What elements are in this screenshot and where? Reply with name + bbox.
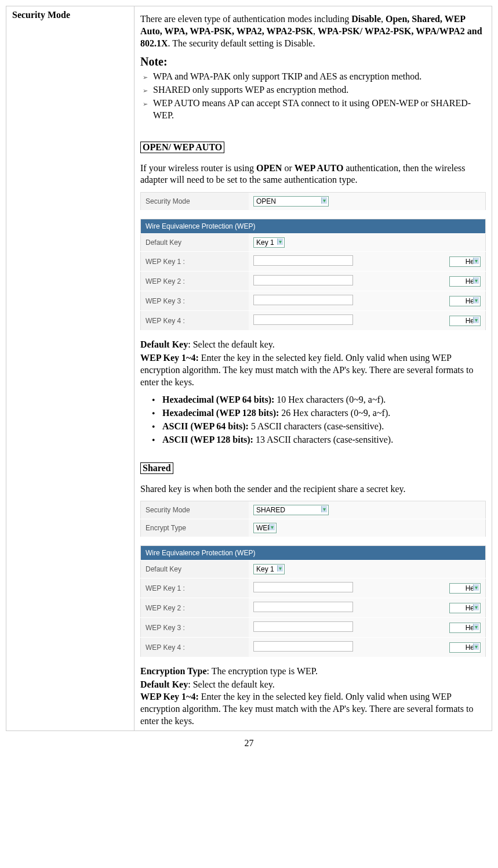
ui2-key3-input[interactable] [253, 621, 353, 632]
section2-text: Shared key is when both the sender and t… [140, 483, 486, 496]
ui1-defaultkey-select[interactable]: Key 1 [253, 237, 285, 248]
ui2-key1-input-cell [249, 578, 406, 598]
ui2-key4-label: WEP Key 4 : [141, 638, 249, 657]
ui1-key2-fmt-cell: Hex [406, 272, 486, 291]
wepkey-desc: WEP Key 1~4: Enter the key in the select… [140, 352, 486, 388]
ui2-encrypt-select[interactable]: WEP [253, 523, 277, 533]
enc-b: Encryption Type [140, 666, 207, 676]
ui1-key4-input-cell [249, 311, 406, 331]
ui1-key4-label: WEP Key 4 : [141, 311, 249, 331]
ui1-key1-label: WEP Key 1 : [141, 252, 249, 272]
ui2-key4-input-cell [249, 638, 406, 657]
ui1-key4-fmt-cell: Hex [406, 311, 486, 331]
ui1-key2-label: WEP Key 2 : [141, 272, 249, 291]
ui2-key3-fmt-cell: Hex [406, 618, 486, 638]
ui2-top-panel: Security Mode SHARED Encrypt Type WEP [140, 501, 486, 537]
ui2-wep-panel: Wire Equivalence Protection (WEP) Defaul… [140, 545, 486, 657]
ui1-key3-fmt-cell: Hex [406, 291, 486, 311]
s1-open: OPEN [256, 163, 282, 173]
ui1-key2-input[interactable] [253, 275, 353, 285]
defaultkey-desc: Default Key: Select the default key. [140, 339, 486, 351]
enc-t: : The encryption type is WEP. [207, 666, 318, 676]
section1-text: If your wireless router is using OPEN or… [140, 162, 486, 187]
format-item: Hexadecimal (WEP 64 bits): 10 Hex charac… [152, 394, 486, 406]
fmt2-b: ASCII (WEP 64 bits): [162, 421, 249, 431]
note-item: SHARED only supports WEP as encryption m… [143, 84, 486, 96]
ui1-key2-fmt-select[interactable]: Hex [449, 276, 481, 287]
ui2-key1-fmt-select[interactable]: Hex [449, 583, 481, 594]
ui2-key4-fmt-cell: Hex [406, 638, 486, 657]
format-item: ASCII (WEP 128 bits): 13 ASCII character… [152, 434, 486, 446]
ui2-defaultkey-cell: Key 1 [249, 560, 486, 578]
wepk-b2: WEP Key 1~4: [140, 692, 199, 701]
ui2-key3-fmt-select[interactable]: Hex [449, 623, 481, 633]
ui2-key1-fmt-cell: Hex [406, 578, 486, 598]
formats-list: Hexadecimal (WEP 64 bits): 10 Hex charac… [140, 394, 486, 446]
intro-paragraph: There are eleven type of authentication … [140, 13, 486, 49]
defaultkey-desc-2: Default Key: Select the default key. [140, 679, 486, 691]
page-number: 27 [6, 738, 492, 748]
fmt3-b: ASCII (WEP 128 bits): [162, 435, 253, 444]
ui2-wep-header: Wire Equivalence Protection (WEP) [141, 546, 486, 560]
defkey-b: Default Key [140, 339, 188, 349]
ui1-key1-fmt-select[interactable]: Hex [449, 256, 481, 267]
ui1-key1-input[interactable] [253, 255, 353, 266]
ui1-key3-fmt-select[interactable]: Hex [449, 296, 481, 306]
ui2-key3-input-cell [249, 618, 406, 638]
ui2-key4-fmt-select[interactable]: Hex [449, 642, 481, 653]
fmt3-t: 13 ASCII characters (case-sensitive). [253, 435, 393, 444]
ui1-wep-panel: Wire Equivalence Protection (WEP) Defaul… [140, 219, 486, 331]
left-header-cell: Security Mode [6, 6, 135, 731]
ui1-defaultkey-cell: Key 1 [249, 234, 486, 252]
format-item: Hexadecimal (WEP 128 bits): 26 Hex chara… [152, 407, 486, 419]
ui2-key1-label: WEP Key 1 : [141, 578, 249, 598]
ui1-wep-header: Wire Equivalence Protection (WEP) [141, 219, 486, 234]
ui1-secmode-label: Security Mode [141, 193, 249, 211]
section-open-wepauto-head: OPEN/ WEP AUTO [140, 142, 224, 153]
note-title: Note: [140, 55, 486, 68]
ui1-secmode-select[interactable]: OPEN [253, 196, 329, 207]
s1-a: If your wireless router is using [140, 163, 256, 173]
content-cell: There are eleven type of authentication … [135, 6, 492, 731]
ui2-key4-input[interactable] [253, 641, 353, 652]
ui2-key2-input-cell [249, 598, 406, 618]
left-header: Security Mode [12, 10, 70, 20]
fmt0-t: 10 Hex characters (0~9, a~f). [274, 395, 386, 404]
ui1-key3-label: WEP Key 3 : [141, 291, 249, 311]
ui1-key1-fmt-cell: Hex [406, 252, 486, 272]
wepkey-desc-2: WEP Key 1~4: Enter the key in the select… [140, 691, 486, 727]
ui2-key2-fmt-select[interactable]: Hex [449, 603, 481, 613]
section-shared-head: Shared [140, 462, 173, 474]
ui2-key2-label: WEP Key 2 : [141, 598, 249, 618]
ui1-secmode-cell: OPEN [249, 193, 486, 211]
ui1-key3-input[interactable] [253, 295, 353, 305]
defkey-t2: : Select the default key. [188, 679, 275, 689]
encryption-desc: Encryption Type: The encryption type is … [140, 666, 486, 678]
ui2-defaultkey-select[interactable]: Key 1 [253, 564, 285, 574]
defkey-b2: Default Key [140, 679, 188, 689]
format-item: ASCII (WEP 64 bits): 5 ASCII characters … [152, 421, 486, 433]
ui1-key4-fmt-select[interactable]: Hex [449, 316, 481, 326]
note-list: WPA and WPA-PAK only support TKIP and AE… [140, 71, 486, 121]
fmt1-t: 26 Hex characters (0~9, a~f). [279, 408, 390, 418]
fmt2-t: 5 ASCII characters (case-sensitive). [249, 421, 384, 431]
intro-pre: There are eleven type of authentication … [140, 14, 351, 24]
ui2-encrypt-cell: WEP [249, 519, 486, 537]
ui1-key4-input[interactable] [253, 314, 353, 325]
ui2-secmode-select[interactable]: SHARED [253, 505, 329, 515]
intro-tail: . The security default setting is Disabl… [168, 38, 315, 48]
ui2-key1-input[interactable] [253, 582, 353, 592]
ui2-key2-input[interactable] [253, 602, 353, 612]
ui1-defaultkey-label: Default Key [141, 234, 249, 252]
s1-b: or [282, 163, 294, 173]
ui2-secmode-cell: SHARED [249, 501, 486, 519]
s1-wepauto: WEP AUTO [295, 163, 344, 173]
note-item: WPA and WPA-PAK only support TKIP and AE… [143, 71, 486, 83]
doc-table: Security Mode There are eleven type of a… [6, 6, 492, 731]
wepk-b: WEP Key 1~4: [140, 353, 199, 363]
fmt1-b: Hexadecimal (WEP 128 bits): [162, 408, 279, 418]
ui2-encrypt-label: Encrypt Type [141, 519, 249, 537]
intro-b1: Disable [351, 14, 381, 24]
ui2-key2-fmt-cell: Hex [406, 598, 486, 618]
ui1-key1-input-cell [249, 252, 406, 272]
